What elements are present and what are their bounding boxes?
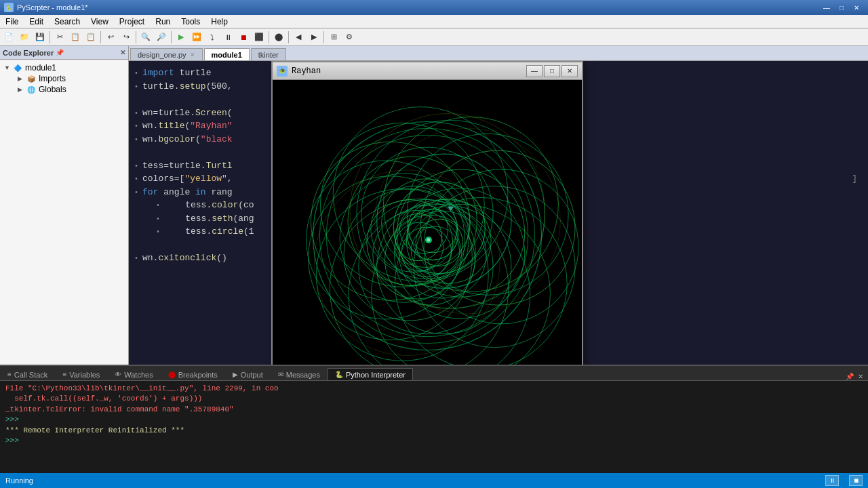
call-stack-icon: ≡	[7, 371, 12, 378]
sep5	[269, 31, 269, 43]
app-title: PyScrpter - module1*	[17, 3, 88, 12]
redo-button[interactable]: ↪	[119, 30, 134, 45]
debug-button[interactable]: ⏩	[189, 30, 204, 45]
app-container: 🐍 PyScrpter - module1* — □ ✕ File Edit S…	[0, 0, 868, 488]
editor-content[interactable]: • import turtle • turtle.setup(500, • wn…	[129, 61, 868, 365]
status-stop-button[interactable]: ⏹	[849, 475, 863, 486]
tab-watches[interactable]: 👁 Watches	[107, 368, 160, 380]
new-button[interactable]: 📄	[1, 30, 16, 45]
interp-line-6: >>>	[5, 436, 863, 446]
tab-design-one[interactable]: design_one.py ✕	[130, 48, 203, 60]
breakpoint-button[interactable]: ⬤	[271, 30, 286, 45]
layout-button[interactable]: ⊞	[326, 30, 341, 45]
tab-label-variables: Variables	[69, 371, 100, 379]
sep7	[323, 31, 324, 43]
tab-label-tkinter: tkinter	[258, 51, 279, 59]
menu-file[interactable]: File	[0, 15, 24, 28]
options-button[interactable]: ⚙	[342, 30, 357, 45]
sidebar-pin-icon[interactable]: 📌	[56, 49, 64, 56]
menu-project[interactable]: Project	[114, 15, 150, 28]
tab-python-interpreter[interactable]: 🐍 Python Interpreter	[328, 368, 413, 380]
menu-tools[interactable]: Tools	[176, 15, 205, 28]
copy-button[interactable]: 📋	[68, 30, 83, 45]
turtle-controls: — □ ✕	[526, 65, 578, 77]
menu-search[interactable]: Search	[49, 15, 85, 28]
editor-area: design_one.py ✕ module1 tkinter • import…	[129, 46, 868, 365]
watches-icon: 👁	[115, 371, 121, 378]
tab-tkinter[interactable]: tkinter	[251, 48, 286, 60]
panel-pin-btn[interactable]: 📌	[844, 373, 856, 380]
tab-close-design[interactable]: ✕	[190, 52, 195, 58]
turtle-minimize-button[interactable]: —	[526, 65, 542, 77]
paste-button[interactable]: 📋	[83, 30, 98, 45]
tree-label-imports: Imports	[39, 74, 66, 83]
menu-run[interactable]: Run	[150, 15, 176, 28]
search-button[interactable]: 🔍	[138, 30, 153, 45]
tab-breakpoints[interactable]: ⬤ Breakpoints	[161, 368, 225, 380]
turtle-title: Rayhan	[292, 65, 321, 77]
tree-icon-imports: 📦	[26, 74, 37, 83]
status-pause-button[interactable]: ⏸	[825, 475, 839, 486]
tree-icon-globals: 🌐	[26, 85, 37, 94]
tab-messages[interactable]: ✉ Messages	[271, 368, 328, 380]
tab-variables[interactable]: ≡ Variables	[55, 368, 107, 380]
turtle-window: 🐢 Rayhan — □ ✕	[271, 61, 583, 365]
tab-call-stack[interactable]: ≡ Call Stack	[0, 368, 55, 380]
interpreter-content[interactable]: File "C:\Python33\lib\tkinter\__init__.p…	[0, 381, 868, 473]
tree-arrow-globals: ▶	[18, 86, 26, 93]
tab-label-messages: Messages	[286, 371, 320, 379]
status-bar: Running ⏸ ⏹	[0, 473, 868, 488]
tree-item-globals[interactable]: ▶ 🌐 Globals	[16, 84, 125, 95]
tab-label-module1: module1	[212, 51, 242, 59]
minimize-button[interactable]: —	[819, 2, 834, 13]
close-button[interactable]: ✕	[849, 2, 864, 13]
turtle-title-bar[interactable]: 🐢 Rayhan — □ ✕	[273, 62, 582, 80]
turtle-drawing-svg	[273, 80, 582, 365]
title-controls: — □ ✕	[819, 2, 864, 13]
forward-button[interactable]: ▶	[307, 30, 321, 45]
tree-arrow-root: ▼	[4, 64, 12, 71]
messages-icon: ✉	[278, 371, 283, 378]
stop-button[interactable]: ⏹	[236, 30, 251, 45]
menu-view[interactable]: View	[85, 15, 114, 28]
turtle-maximize-button[interactable]: □	[544, 65, 560, 77]
output-icon: ▶	[233, 371, 238, 378]
interp-line-1: File "C:\Python33\lib\tkinter\__init__.p…	[5, 384, 863, 394]
content-area: Code Explorer 📌 ✕ ▼ 🔷 module1 ▶ 📦 Import…	[0, 46, 868, 365]
find-button[interactable]: 🔎	[154, 30, 169, 45]
turtle-app-icon: 🐢	[277, 66, 288, 77]
bottom-panel: ≡ Call Stack ≡ Variables 👁 Watches ⬤ Bre…	[0, 365, 868, 473]
maximize-button[interactable]: □	[834, 2, 849, 13]
open-button[interactable]: 📁	[17, 30, 32, 45]
menu-help[interactable]: Help	[205, 15, 233, 28]
breakpoints-icon: ⬤	[168, 371, 176, 378]
save-button[interactable]: 💾	[33, 30, 47, 45]
tree-item-imports[interactable]: ▶ 📦 Imports	[16, 73, 125, 84]
panel-close-btn[interactable]: ✕	[856, 373, 865, 380]
tab-label-interpreter: Python Interpreter	[346, 371, 406, 379]
tree-label-module1: module1	[25, 63, 56, 73]
step-button[interactable]: ⤵	[205, 30, 220, 45]
tab-module1[interactable]: module1	[204, 48, 250, 60]
tree-item-root[interactable]: ▼ 🔷 module1	[3, 62, 125, 73]
tab-output[interactable]: ▶ Output	[225, 368, 271, 380]
tab-label-watches: Watches	[124, 371, 153, 379]
back-button[interactable]: ◀	[291, 30, 306, 45]
sidebar-close-icon[interactable]: ✕	[120, 49, 125, 56]
menu-bar: File Edit Search View Project Run Tools …	[0, 15, 868, 28]
tree-children: ▶ 📦 Imports ▶ 🌐 Globals	[3, 73, 125, 95]
cut-button[interactable]: ✂	[52, 30, 67, 45]
turtle-close-button[interactable]: ✕	[561, 65, 578, 77]
abort-button[interactable]: ⬛	[252, 30, 267, 45]
pause-button[interactable]: ⏸	[220, 30, 235, 45]
interp-line-3: _tkinter.TclError: invalid command name …	[5, 405, 863, 415]
undo-button[interactable]: ↩	[103, 30, 118, 45]
variables-icon: ≡	[62, 371, 66, 378]
run-button[interactable]: ▶	[174, 30, 189, 45]
interp-line-5: *** Remote Interpreter Reinitialized ***	[5, 426, 863, 436]
title-bar: 🐍 PyScrpter - module1* — □ ✕	[0, 0, 868, 15]
tab-label-design: design_one.py	[138, 51, 186, 59]
interpreter-icon: 🐍	[335, 371, 343, 378]
menu-edit[interactable]: Edit	[24, 15, 49, 28]
sidebar-tree: ▼ 🔷 module1 ▶ 📦 Imports ▶ 🌐 Globals	[0, 60, 128, 365]
